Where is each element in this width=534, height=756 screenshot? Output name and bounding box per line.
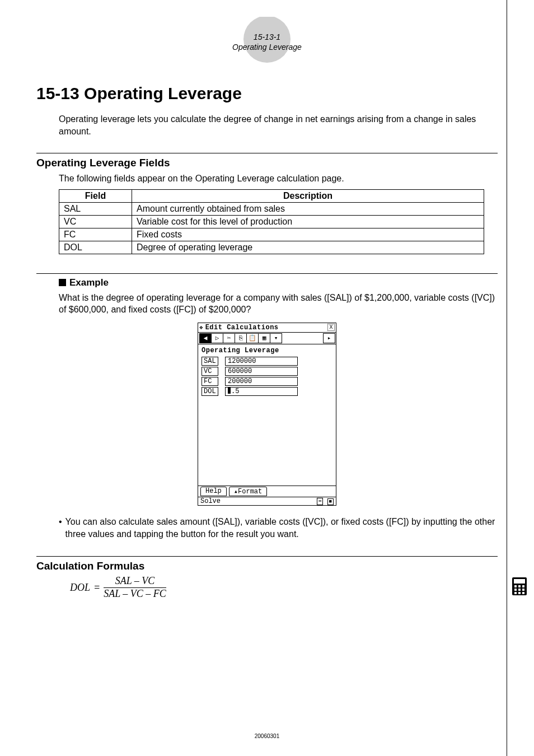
field-name: VC (59, 215, 132, 228)
footer-code: 20060301 (0, 733, 534, 739)
table-row: DOL Degree of operating leverage (59, 241, 484, 254)
close-icon[interactable]: X (327, 324, 335, 331)
keyboard-icon[interactable]: ⌨ (317, 498, 323, 505)
page-header-badge: 15-13-1 Operating Leverage (222, 17, 312, 67)
fields-lead: The following fields appear on the Opera… (59, 172, 498, 185)
calc-heading: Operating Leverage (202, 347, 332, 354)
formulas-heading: Calculation Formulas (36, 560, 498, 572)
settings-dropdown-icon[interactable]: ❖ (199, 324, 203, 331)
field-desc: Fixed costs (132, 228, 484, 241)
dol-button[interactable]: DOL (202, 387, 218, 396)
fc-button[interactable]: FC (202, 377, 218, 386)
sal-button[interactable]: SAL (202, 357, 218, 366)
calculator-side-icon (512, 577, 527, 595)
fields-table: Field Description SAL Amount currently o… (59, 189, 484, 254)
header-section-name: Operating Leverage (232, 43, 302, 52)
table-row: VC Variable cost for this level of produ… (59, 215, 484, 228)
fields-heading: Operating Leverage Fields (36, 157, 498, 169)
cut-icon[interactable]: ✂ (223, 333, 235, 343)
note-bullet: • You can also calculate sales amount ([… (59, 516, 498, 540)
calc-menubar[interactable]: Edit Calculations (205, 324, 325, 332)
vc-button[interactable]: VC (202, 367, 218, 376)
intro-paragraph: Operating leverage lets you calculate th… (59, 113, 498, 137)
svg-rect-5 (522, 585, 524, 587)
calc-toolbar: ◀ ▷ ✂ ⎘ 📋 ▦ ▾ ▸ (198, 333, 336, 344)
calc-row-fc: FC 200000 (202, 377, 332, 386)
example-text: What is the degree of operating leverage… (59, 292, 498, 316)
next-icon[interactable]: ▷ (211, 333, 223, 343)
fields-col-desc: Description (132, 189, 484, 202)
field-desc: Amount currently obtained from sales (132, 202, 484, 215)
field-desc: Degree of operating leverage (132, 241, 484, 254)
calc-tabbar: Help ▴Format (198, 486, 336, 497)
cursor-icon (228, 388, 231, 394)
calculator-screenshot: ❖ Edit Calculations X ◀ ▷ ✂ ⎘ 📋 ▦ ▾ ▸ Op… (198, 323, 336, 506)
svg-rect-11 (522, 592, 524, 594)
svg-rect-8 (522, 589, 524, 591)
calc-titlebar: ❖ Edit Calculations X (198, 323, 336, 333)
svg-rect-2 (514, 579, 525, 584)
field-name: SAL (59, 202, 132, 215)
status-text: Solve (200, 497, 221, 505)
table-row: SAL Amount currently obtained from sales (59, 202, 484, 215)
calc-statusbar: Solve ⌨ ■ (198, 497, 336, 505)
prev-icon[interactable]: ◀ (199, 333, 212, 343)
fields-col-field: Field (59, 189, 132, 202)
vc-input[interactable]: 600000 (225, 367, 298, 376)
svg-rect-4 (518, 585, 521, 587)
field-name: FC (59, 228, 132, 241)
paste-icon[interactable]: 📋 (246, 333, 259, 343)
header-section-number: 15-13-1 (254, 32, 280, 41)
svg-rect-6 (514, 589, 517, 591)
calc-row-dol: DOL .5 (202, 387, 332, 396)
dol-input[interactable]: .5 (225, 387, 298, 396)
calc-row-sal: SAL 1200000 (202, 357, 332, 366)
fc-input[interactable]: 200000 (225, 377, 298, 386)
table-row: FC Fixed costs (59, 228, 484, 241)
grid-icon[interactable]: ▦ (258, 333, 270, 343)
page-title: 15-13 Operating Leverage (36, 84, 498, 103)
format-tab[interactable]: ▴Format (229, 487, 267, 496)
stop-icon[interactable]: ■ (327, 498, 334, 505)
svg-rect-9 (514, 592, 517, 594)
field-desc: Variable cost for this level of producti… (132, 215, 484, 228)
help-tab[interactable]: Help (200, 487, 227, 496)
svg-rect-3 (514, 585, 517, 587)
more-icon[interactable]: ▸ (323, 333, 335, 343)
sal-input[interactable]: 1200000 (225, 357, 298, 366)
square-bullet-icon (59, 279, 66, 286)
field-name: DOL (59, 241, 132, 254)
dropdown-icon[interactable]: ▾ (270, 333, 282, 343)
svg-rect-7 (518, 589, 521, 591)
calc-row-vc: VC 600000 (202, 367, 332, 376)
example-heading: Example (59, 277, 498, 288)
dol-formula: DOL = SAL – VC SAL – VC – FC (70, 576, 498, 600)
copy-icon[interactable]: ⎘ (235, 333, 247, 343)
svg-rect-10 (518, 592, 521, 594)
